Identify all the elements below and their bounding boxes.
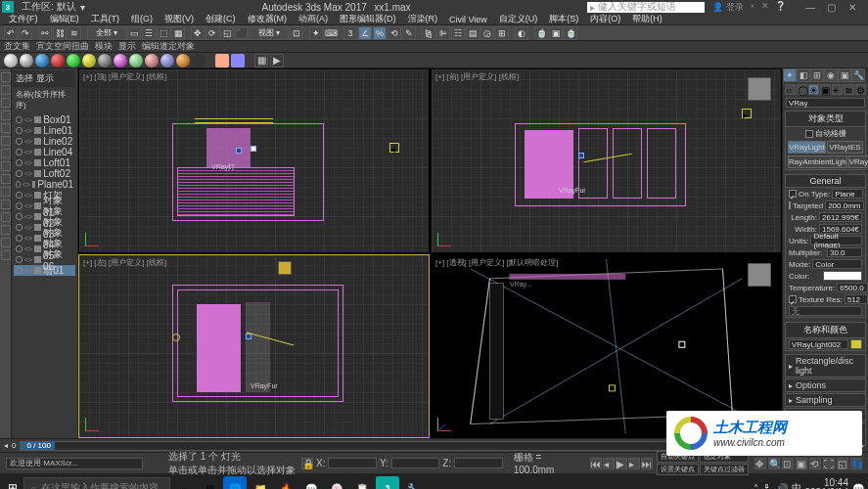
viewcube-persp-icon[interactable] (748, 263, 771, 287)
maximize-button[interactable]: ▢ (827, 2, 837, 12)
window-crossing[interactable]: ▦ (171, 26, 185, 40)
render-button[interactable]: 🍵 (564, 26, 577, 40)
texture-checkbox[interactable] (789, 295, 797, 303)
keyboard-button[interactable]: ⌨ (324, 26, 338, 40)
nav-zoom-button[interactable]: 🔍 (768, 458, 780, 469)
play-prev-button[interactable]: ⏮ (590, 458, 602, 469)
lvt-6[interactable] (1, 136, 11, 146)
mat-orb-14[interactable] (215, 54, 229, 67)
minimize-button[interactable]: — (805, 2, 815, 12)
mat-orb-3[interactable] (35, 54, 49, 67)
tray-notif-icon[interactable]: 💬 (852, 483, 864, 490)
lvt-2[interactable] (1, 85, 11, 95)
orb-opt-1[interactable]: ▦ (254, 54, 268, 67)
autogrid-checkbox[interactable] (805, 130, 813, 138)
scene-tree-item[interactable]: <>Loft02 (14, 168, 75, 179)
visibility-icon[interactable] (16, 245, 23, 252)
taskbar-search-input[interactable]: ○在这里输入你要搜索的内容 (23, 477, 170, 489)
nav-orbit-button[interactable]: ⟲ (809, 458, 821, 469)
vp-label-front[interactable]: [+] [前] [用户定义] [线框] (435, 71, 519, 82)
sys-cat-icon[interactable]: ⚙ (855, 84, 866, 95)
lvt-12[interactable] (1, 212, 11, 222)
lvt-15[interactable] (1, 250, 11, 260)
edit-named-button[interactable]: ✎ (402, 26, 416, 40)
menu-item[interactable]: 自定义(U) (494, 13, 543, 25)
redo-button[interactable]: ↷ (19, 26, 32, 40)
mat-orb-13[interactable] (192, 54, 206, 67)
move-button[interactable]: ✥ (191, 26, 205, 40)
visibility-icon[interactable] (16, 267, 23, 274)
lvt-9[interactable] (1, 174, 11, 184)
vraylight-button[interactable]: VRayLight (788, 141, 826, 154)
visibility-icon[interactable] (16, 127, 23, 134)
browser-icon[interactable]: 🔥 (274, 476, 297, 489)
menu-item[interactable]: 动画(A) (294, 13, 333, 25)
select-name-button[interactable]: ☰ (142, 26, 156, 40)
scene-tree-item[interactable]: <>Line04 (14, 147, 75, 157)
lock-selection-button[interactable]: 🔒 (301, 458, 313, 469)
scene-tree-item[interactable]: <>Line02 (14, 136, 75, 147)
lvt-5[interactable] (1, 123, 11, 133)
percent-snap-button[interactable]: % (373, 26, 387, 40)
mat-orb-9[interactable] (129, 54, 143, 67)
vraysun-button[interactable]: VRaySun (848, 156, 868, 168)
layer-button[interactable]: ☷ (451, 26, 465, 40)
modify-tab[interactable]: ◧ (797, 68, 810, 82)
visibility-icon[interactable] (16, 159, 23, 166)
edge-icon[interactable]: 🌐 (223, 476, 247, 489)
mat-orb-2[interactable] (20, 54, 33, 67)
lvt-7[interactable] (1, 149, 11, 158)
snap-button[interactable]: 3 (343, 26, 357, 40)
bind-button[interactable]: ≋ (68, 26, 81, 40)
nav-zoomext-button[interactable]: ⊡ (782, 458, 794, 469)
mat-orb-6[interactable] (82, 54, 96, 67)
mirror-button[interactable]: ⧎ (422, 26, 435, 40)
hierarchy-tab[interactable]: ⊞ (810, 68, 824, 82)
vrayies-button[interactable]: VRayIES (827, 141, 863, 154)
mat-orb-1[interactable] (4, 54, 18, 67)
tray-ime-icon[interactable]: 中 (792, 481, 801, 489)
vp-label-left[interactable]: [+] [左] [用户定义] [线框] (83, 257, 166, 268)
coord-y-input[interactable] (391, 458, 440, 468)
placement-button[interactable]: ⬛ (235, 26, 249, 40)
namecolor-header[interactable]: 名称和颜色 (786, 323, 865, 338)
orb-opt-2[interactable]: ▶ (270, 54, 284, 67)
menu-item[interactable]: 图形编辑器(D) (335, 13, 401, 25)
light-cat-icon[interactable]: ☀ (808, 84, 819, 95)
explorer-icon[interactable]: 📁 (249, 476, 272, 489)
play-fwd-button[interactable]: ▸ (628, 458, 640, 469)
motion-tab[interactable]: ◉ (824, 68, 838, 82)
object-type-header[interactable]: 对象类型 (786, 111, 865, 127)
lvt-4[interactable] (1, 111, 11, 120)
3dsmax-taskbar-icon[interactable]: 3 (376, 476, 399, 489)
vrayambient-button[interactable]: RayAmbientLigh (788, 156, 847, 168)
type-dropdown[interactable]: Plane (832, 189, 863, 199)
workspace-dropdown[interactable]: 工作区: 默认 (22, 0, 76, 14)
viewport-left[interactable]: [+] [左] [用户定义] [线框] VRayFur (78, 254, 430, 439)
toggle-ribbon[interactable]: ▤ (466, 26, 480, 40)
render-setup-button[interactable]: 🍵 (534, 26, 548, 40)
link-button[interactable]: ⚯ (38, 26, 52, 40)
camera-cat-icon[interactable]: ▣ (820, 84, 831, 95)
scene-tree-item[interactable]: <>Box01 (14, 114, 75, 125)
ribbon-item[interactable]: 查文集 (4, 40, 30, 53)
mat-orb-4[interactable] (51, 54, 65, 67)
app-icon-1[interactable]: 🍥 (325, 476, 348, 489)
warp-cat-icon[interactable]: ≋ (844, 84, 854, 95)
lvt-8[interactable] (1, 161, 11, 171)
coord-x-input[interactable] (328, 458, 377, 468)
rotate-button[interactable]: ⟳ (206, 26, 219, 40)
unlink-button[interactable]: ⛓ (53, 26, 67, 40)
angle-snap-button[interactable]: ∠ (358, 26, 372, 40)
on-checkbox[interactable] (789, 190, 797, 198)
keyfilter-button[interactable]: 关键点过滤器 (700, 464, 749, 475)
multiplier-input[interactable]: 30.0 (827, 247, 862, 257)
taskview-icon[interactable]: ▥ (198, 476, 221, 489)
visibility-icon[interactable] (16, 116, 23, 123)
wechat-icon[interactable]: 💬 (299, 476, 323, 489)
menu-item[interactable]: 组(G) (126, 13, 158, 25)
visibility-icon[interactable] (16, 224, 23, 231)
play-button[interactable]: ▶ (616, 458, 627, 469)
rollup-header[interactable]: Sampling (785, 393, 866, 407)
color-swatch[interactable] (823, 271, 862, 281)
